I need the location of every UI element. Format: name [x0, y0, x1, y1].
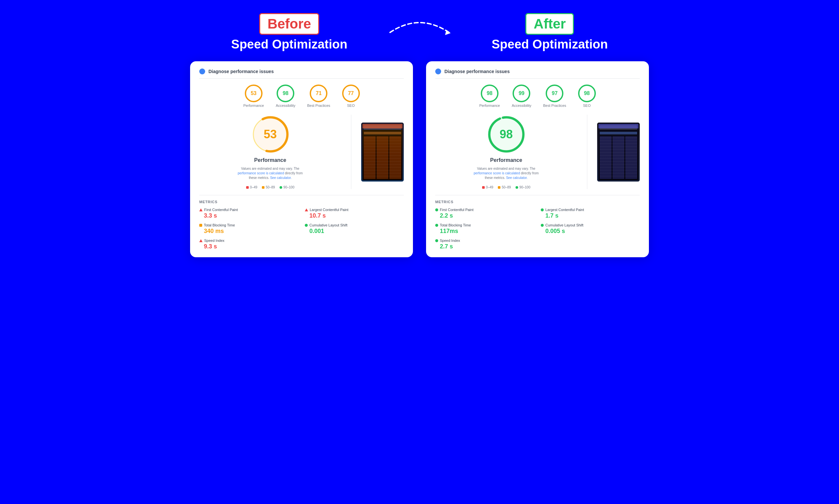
- after-si-icon: [435, 239, 438, 242]
- after-panel: Diagnose performance issues 98 Performan…: [426, 61, 649, 257]
- before-panel-title: Diagnose performance issues: [209, 69, 274, 74]
- metric-si-header: Speed Index: [199, 238, 298, 242]
- score-item-accessibility: 98 Accessibility: [275, 85, 295, 107]
- metric-si: Speed Index 9.3 s: [199, 238, 298, 250]
- after-legend-90-100: 90–100: [516, 185, 530, 189]
- metric-fcp-value: 3.3 s: [199, 212, 298, 219]
- after-metric-fcp-header: First Contentful Paint: [435, 208, 534, 212]
- metric-si-name: Speed Index: [204, 238, 225, 242]
- metric-si-value: 9.3 s: [199, 243, 298, 250]
- after-score-best-practices: 97 Best Practices: [543, 85, 566, 107]
- before-section: Before Speed Optimization: [231, 13, 347, 51]
- after-performance-note: Values are estimated and may vary. The p…: [474, 166, 539, 180]
- metric-lcp: Largest Contentful Paint 10.7 s: [305, 208, 404, 219]
- score-circle-best-practices: 71: [310, 85, 327, 102]
- after-scores-row: 98 Performance 99 Accessibility 97 Best …: [435, 85, 640, 107]
- metric-cls-icon: [305, 224, 308, 227]
- after-metric-cls-header: Cumulative Layout Shift: [541, 223, 640, 227]
- after-cls-value: 0.005 s: [541, 228, 640, 235]
- after-fcp-value: 2.2 s: [435, 212, 534, 219]
- metric-fcp-header: First Contentful Paint: [199, 208, 298, 212]
- before-panel: Diagnose performance issues 53 Performan…: [190, 61, 413, 257]
- metric-lcp-header: Largest Contentful Paint: [305, 208, 404, 212]
- legend-red-dot: [246, 186, 249, 189]
- after-metrics-grid: First Contentful Paint 2.2 s Largest Con…: [435, 208, 640, 250]
- before-main-score-area: 53 Performance Values are estimated and …: [199, 115, 341, 189]
- after-badge: After: [525, 13, 574, 35]
- after-screenshot: [597, 123, 640, 182]
- after-calc-link[interactable]: See calculator.: [506, 176, 528, 180]
- before-metrics-grid: First Contentful Paint 3.3 s Largest Con…: [199, 208, 404, 250]
- after-performance-title: Performance: [490, 157, 522, 163]
- calc-link[interactable]: See calculator.: [270, 176, 292, 180]
- before-screenshot-mock: [361, 123, 404, 182]
- score-item-performance: 53 Performance: [243, 85, 264, 107]
- after-metrics-title: METRICS: [435, 200, 640, 204]
- after-metric-lcp-header: Largest Contentful Paint: [541, 208, 640, 212]
- score-circle-performance: 53: [245, 85, 263, 102]
- before-main-content: 53 Performance Values are estimated and …: [199, 115, 404, 189]
- before-legend-row: 0–49 50–89 90–100: [246, 185, 294, 189]
- after-label-performance: Performance: [479, 104, 500, 107]
- legend-orange-label: 50–89: [266, 185, 275, 189]
- after-legend-red: [482, 186, 485, 189]
- after-metrics-section: METRICS First Contentful Paint 2.2 s Lar…: [435, 195, 640, 250]
- after-lcp-value: 1.7 s: [541, 212, 640, 219]
- after-metric-si-header: Speed Index: [435, 238, 534, 242]
- score-item-seo: 77 SEO: [342, 85, 360, 107]
- after-main-score-area: 98 Performance Values are estimated and …: [435, 115, 577, 189]
- after-section: After Speed Optimization: [492, 13, 608, 51]
- arrow-icon: [387, 13, 452, 39]
- after-fcp-icon: [435, 209, 438, 211]
- legend-0-49: 0–49: [246, 185, 257, 189]
- score-label-accessibility: Accessibility: [275, 104, 295, 107]
- before-screenshot: [361, 123, 404, 182]
- before-performance-note: Values are estimated and may vary. The p…: [238, 166, 303, 180]
- after-legend-red-label: 0–49: [486, 185, 493, 189]
- metric-si-icon: [199, 239, 202, 242]
- metric-lcp-icon: [305, 209, 308, 211]
- legend-orange-dot: [262, 186, 265, 189]
- metric-lcp-value: 10.7 s: [305, 212, 404, 219]
- after-score-value: 98: [499, 127, 513, 141]
- after-screenshot-mock: [597, 123, 640, 182]
- after-legend-orange-label: 50–89: [502, 185, 511, 189]
- after-perf-link[interactable]: performance score is calculated: [474, 172, 520, 175]
- before-metrics-title: METRICS: [199, 200, 404, 204]
- metric-tbt: Total Blocking Time 340 ms: [199, 223, 298, 235]
- after-panel-icon: [435, 69, 441, 74]
- panel-icon: [199, 69, 205, 74]
- after-metric-tbt-header: Total Blocking Time: [435, 223, 534, 227]
- metric-tbt-icon: [199, 224, 202, 227]
- after-metric-fcp: First Contentful Paint 2.2 s: [435, 208, 534, 219]
- metric-cls: Cumulative Layout Shift 0.001: [305, 223, 404, 235]
- perf-score-link[interactable]: performance score is calculated: [238, 172, 284, 175]
- after-circle-best-practices: 97: [546, 85, 564, 102]
- after-panel-header: Diagnose performance issues: [435, 69, 640, 79]
- after-fcp-name: First Contentful Paint: [440, 208, 474, 212]
- legend-green-label: 90–100: [284, 185, 294, 189]
- metric-cls-name: Cumulative Layout Shift: [309, 223, 347, 227]
- before-panel-header: Diagnose performance issues: [199, 69, 404, 79]
- score-circle-seo: 77: [342, 85, 360, 102]
- metric-tbt-name: Total Blocking Time: [204, 223, 235, 227]
- after-panel-title: Diagnose performance issues: [444, 69, 510, 74]
- after-tbt-name: Total Blocking Time: [440, 223, 471, 227]
- legend-90-100: 90–100: [280, 185, 294, 189]
- after-metric-lcp: Largest Contentful Paint 1.7 s: [541, 208, 640, 219]
- score-label-performance: Performance: [243, 104, 264, 107]
- metric-fcp: First Contentful Paint 3.3 s: [199, 208, 298, 219]
- after-legend-green-label: 90–100: [519, 185, 530, 189]
- before-big-circle: 53: [251, 115, 290, 154]
- metric-cls-value: 0.001: [305, 228, 404, 235]
- before-performance-title: Performance: [254, 157, 286, 163]
- after-circle-performance: 98: [481, 85, 499, 102]
- score-circle-accessibility: 98: [276, 85, 294, 102]
- legend-green-dot: [280, 186, 282, 189]
- after-subtitle: Speed Optimization: [492, 37, 608, 51]
- before-score-value: 53: [264, 127, 276, 141]
- metric-fcp-name: First Contentful Paint: [204, 208, 238, 212]
- after-big-circle: 98: [487, 115, 526, 154]
- after-main-content: 98 Performance Values are estimated and …: [435, 115, 640, 189]
- metric-tbt-header: Total Blocking Time: [199, 223, 298, 227]
